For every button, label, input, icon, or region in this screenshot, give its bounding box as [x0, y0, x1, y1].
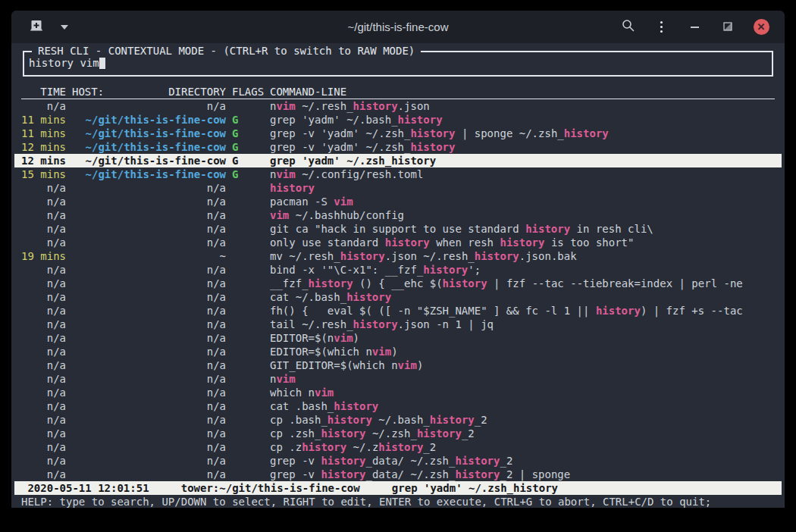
- row-flags: [232, 304, 264, 318]
- minimize-icon: [691, 27, 699, 28]
- row-directory: ~/git/this-is-fine-cow: [72, 127, 226, 140]
- help-line: HELP: type to search, UP/DOWN to select,…: [21, 495, 775, 508]
- search-button[interactable]: [619, 19, 636, 36]
- row-command: vim ~/.bashhub/config: [270, 208, 775, 222]
- row-command: git ca "hack in support to use standard …: [270, 222, 775, 236]
- header-host: HOST:: [72, 85, 104, 99]
- row-directory: n/a: [72, 468, 226, 481]
- row-directory: n/a: [72, 386, 226, 399]
- history-row[interactable]: n/an/agrep -v history_data/ ~/.zsh_histo…: [21, 468, 775, 481]
- row-flags: [232, 290, 264, 304]
- close-button[interactable]: ✕: [753, 19, 769, 36]
- row-flags: G: [232, 167, 264, 181]
- row-flags: [232, 208, 264, 222]
- row-flags: G: [232, 140, 264, 154]
- close-icon: ✕: [754, 19, 769, 35]
- row-time: n/a: [21, 372, 66, 386]
- row-directory: n/a: [72, 318, 226, 331]
- row-command: history: [270, 181, 775, 195]
- chevron-down-icon: [61, 25, 68, 30]
- history-row[interactable]: n/an/anvim: [21, 372, 775, 386]
- history-row[interactable]: n/an/a__fzf_history () { __ehc $(history…: [21, 277, 775, 290]
- history-row[interactable]: n/an/ahistory: [21, 181, 775, 195]
- row-flags: G: [232, 154, 264, 167]
- row-flags: [232, 345, 264, 358]
- history-row[interactable]: 15 mins~/git/this-is-fine-cowGnvim ~/.co…: [21, 167, 775, 181]
- history-row[interactable]: n/an/acp .bash_history ~/.bash_history_2: [21, 413, 775, 427]
- row-directory: n/a: [72, 195, 226, 208]
- history-row[interactable]: n/an/awhich nvim: [21, 386, 775, 399]
- row-directory: n/a: [72, 304, 226, 318]
- row-command: cp .zhistory ~/.zhistory_2: [270, 440, 775, 454]
- row-time: n/a: [21, 413, 66, 427]
- new-tab-button[interactable]: [28, 19, 45, 36]
- row-flags: [232, 427, 264, 440]
- row-command: mv ~/.resh_history.json ~/.resh_history.…: [270, 249, 775, 263]
- minimize-button[interactable]: [686, 19, 703, 36]
- new-tab-dropdown-button[interactable]: [56, 19, 73, 36]
- row-time: 19 mins: [21, 249, 66, 263]
- history-row[interactable]: n/an/aGIT_EDITOR=$(which nvim): [21, 358, 775, 372]
- row-command: EDITOR=$(nvim): [270, 331, 775, 345]
- row-directory: n/a: [72, 345, 226, 358]
- history-row[interactable]: n/an/acp .zhistory ~/.zhistory_2: [21, 440, 775, 454]
- row-time: n/a: [21, 277, 66, 290]
- history-row[interactable]: n/an/agit ca "hack in support to use sta…: [21, 222, 775, 236]
- row-command: cp .zsh_history ~/.zsh_history_2: [270, 427, 775, 440]
- row-command: __fzf_history () { __ehc $(history | fzf…: [270, 277, 775, 290]
- row-directory: n/a: [72, 236, 226, 249]
- kebab-menu-icon: [660, 21, 663, 33]
- history-row[interactable]: 12 mins~/git/this-is-fine-cowGgrep -v 'y…: [21, 140, 775, 154]
- restore-icon: [723, 20, 732, 34]
- resh-search-box: RESH CLI - CONTEXTUAL MODE - (CTRL+R to …: [23, 51, 773, 77]
- history-row[interactable]: n/an/apacman -S vim: [21, 195, 775, 208]
- row-time: n/a: [21, 454, 66, 468]
- row-command: nvim ~/.config/resh.toml: [270, 167, 775, 181]
- restore-button[interactable]: [719, 19, 736, 36]
- history-row[interactable]: n/an/abind -x '"\C-x1": __fzf_history';: [21, 263, 775, 277]
- history-row[interactable]: n/an/afh() { eval $( ([ -n "$ZSH_NAME" ]…: [21, 304, 775, 318]
- history-row[interactable]: 11 mins~/git/this-is-fine-cowGgrep -v 'y…: [21, 127, 775, 140]
- history-row[interactable]: 19 mins~mv ~/.resh_history.json ~/.resh_…: [21, 249, 775, 263]
- row-command: nvim: [270, 372, 775, 386]
- row-flags: [232, 372, 264, 386]
- search-icon: [622, 19, 635, 35]
- history-row[interactable]: n/an/anvim ~/.resh_history.json: [21, 99, 775, 113]
- history-row[interactable]: n/an/acat ~/.bash_history: [21, 290, 775, 304]
- history-row[interactable]: n/an/acp .zsh_history ~/.zsh_history_2: [21, 427, 775, 440]
- header-time: TIME: [21, 85, 66, 99]
- row-time: n/a: [21, 236, 66, 249]
- row-directory: n/a: [72, 331, 226, 345]
- row-flags: [232, 181, 264, 195]
- row-flags: [232, 318, 264, 331]
- history-row[interactable]: n/an/avim ~/.bashhub/config: [21, 208, 775, 222]
- row-time: n/a: [21, 195, 66, 208]
- row-directory: n/a: [72, 277, 226, 290]
- row-directory: n/a: [72, 399, 226, 413]
- row-flags: [232, 358, 264, 372]
- row-command: grep -v 'yadm' ~/.zsh_history: [270, 140, 775, 154]
- row-flags: [232, 263, 264, 277]
- row-command: grep -v 'yadm' ~/.zsh_history | sponge ~…: [270, 127, 775, 140]
- history-row[interactable]: n/an/aEDITOR=$(which nvim): [21, 345, 775, 358]
- row-directory: n/a: [72, 358, 226, 372]
- history-row[interactable]: n/an/acat .bash_history: [21, 399, 775, 413]
- row-time: n/a: [21, 440, 66, 454]
- row-directory: n/a: [72, 290, 226, 304]
- menu-button[interactable]: [653, 19, 669, 36]
- history-row-selected[interactable]: 12 mins~/git/this-is-fine-cowGgrep 'yadm…: [14, 154, 782, 167]
- history-row[interactable]: n/an/atail ~/.resh_history.json -n 1 | j…: [21, 318, 775, 331]
- row-time: n/a: [21, 99, 66, 113]
- history-row[interactable]: n/an/aEDITOR=$(nvim): [21, 331, 775, 345]
- history-row[interactable]: n/an/agrep -v history_data/ ~/.zsh_histo…: [21, 454, 775, 468]
- row-directory: n/a: [72, 372, 226, 386]
- table-header: TIME HOST:DIRECTORY FLAGS COMMAND-LINE: [21, 85, 775, 99]
- row-flags: G: [232, 113, 264, 127]
- row-time: 11 mins: [21, 113, 66, 127]
- row-command: EDITOR=$(which nvim): [270, 345, 775, 358]
- history-row[interactable]: n/an/aonly use standard history when res…: [21, 236, 775, 249]
- text-cursor: [99, 58, 105, 69]
- row-flags: [232, 440, 264, 454]
- row-time: 12 mins: [21, 140, 66, 154]
- history-row[interactable]: 11 mins~/git/this-is-fine-cowGgrep 'yadm…: [21, 113, 775, 127]
